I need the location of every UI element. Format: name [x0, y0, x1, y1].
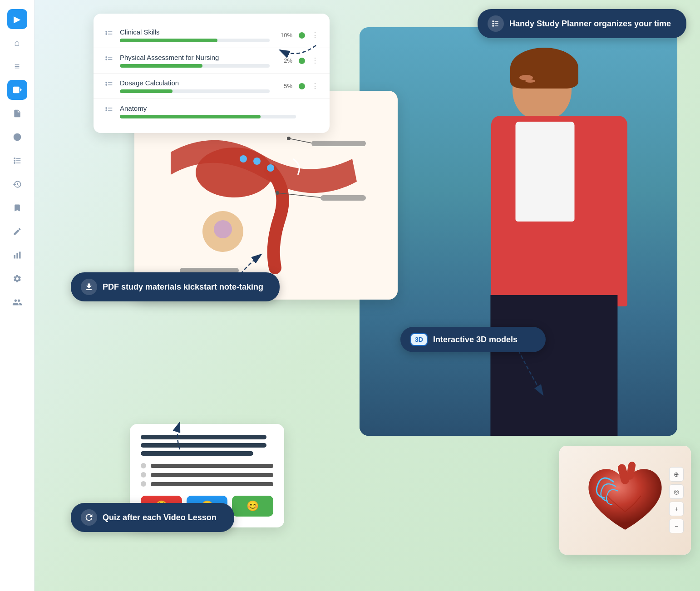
svg-rect-40: [108, 108, 113, 108]
sidebar-icon-home[interactable]: ⌂: [7, 33, 27, 53]
planner-row-physical: Physical Assessment for Nursing 2% ⋮: [94, 48, 330, 74]
quiz-line-1: [141, 435, 266, 439]
svg-point-25: [287, 137, 291, 140]
sidebar-icon-document[interactable]: [7, 103, 27, 123]
quiz-btn-happy[interactable]: 😊: [232, 496, 273, 517]
tooltip-3d-models: 3D Interactive 3D models: [400, 327, 546, 352]
planner-title-dosage: Dosage Calculation: [120, 79, 270, 87]
tooltip-study-planner: Handy Study Planner organizes your time: [478, 9, 686, 38]
quiz-line-3: [141, 451, 253, 456]
more-icon-dosage[interactable]: ⋮: [311, 82, 319, 90]
sidebar-icon-settings[interactable]: [7, 269, 27, 289]
progress-bg-anatomy: [120, 115, 296, 118]
quiz-dot-1: [141, 463, 146, 468]
quiz-option-line-2: [151, 473, 273, 477]
svg-rect-27: [106, 31, 107, 32]
svg-rect-32: [108, 57, 113, 58]
planner-title-anatomy: Anatomy: [120, 104, 296, 112]
svg-rect-31: [106, 56, 107, 58]
sidebar-icon-videos[interactable]: [7, 80, 27, 100]
svg-rect-35: [106, 82, 107, 83]
sidebar-icon-notes[interactable]: ≡: [7, 56, 27, 76]
more-icon-clinical[interactable]: ⋮: [311, 31, 319, 39]
svg-rect-8: [14, 162, 15, 163]
svg-rect-33: [106, 59, 107, 60]
svg-point-17: [240, 155, 247, 163]
svg-rect-44: [493, 20, 494, 22]
quiz-option-line-3: [151, 482, 273, 486]
svg-rect-29: [106, 33, 107, 34]
svg-rect-12: [19, 252, 20, 259]
sidebar-icon-chart[interactable]: [7, 245, 27, 265]
planner-percent-dosage: 5%: [276, 83, 292, 89]
sidebar-icon-list[interactable]: [7, 151, 27, 171]
sidebar-icon-history[interactable]: [7, 174, 27, 194]
planner-title-clinical: Clinical Skills: [120, 28, 270, 36]
svg-rect-39: [106, 107, 107, 108]
quiz-options: [141, 463, 273, 487]
sidebar-icon-bookmarks[interactable]: [7, 198, 27, 218]
status-dot-dosage: [299, 83, 305, 89]
svg-rect-36: [108, 82, 113, 83]
sidebar-icon-play[interactable]: ▶: [7, 9, 27, 29]
svg-rect-28: [108, 31, 113, 32]
quiz-dot-2: [141, 472, 146, 478]
quiz-option-2: [141, 472, 273, 478]
svg-rect-49: [495, 25, 498, 26]
quiz-option-line-1: [151, 464, 273, 468]
svg-rect-6: [14, 160, 15, 161]
svg-rect-34: [108, 59, 113, 60]
quiz-text-lines: [141, 435, 273, 456]
svg-rect-0: [13, 87, 19, 94]
tooltip-quiz-text: Quiz after each Video Lesson: [103, 513, 217, 522]
planner-row-icon-dosage: [104, 80, 113, 92]
instructor-background: [360, 27, 677, 436]
planner-title-physical: Physical Assessment for Nursing: [120, 54, 270, 61]
svg-rect-38: [108, 84, 113, 85]
planner-row-icon-physical: [104, 55, 113, 66]
svg-point-16: [214, 220, 232, 238]
svg-rect-30: [108, 34, 113, 34]
planner-percent-physical: 2%: [276, 57, 292, 64]
progress-bg-clinical: [120, 39, 270, 42]
sidebar-icon-edit[interactable]: [7, 222, 27, 241]
progress-fill-dosage: [120, 89, 173, 93]
ctrl-move[interactable]: ⊕: [669, 467, 684, 482]
tooltip-pdf-text: PDF study materials kickstart note-takin…: [103, 282, 263, 292]
sidebar-icon-users[interactable]: [7, 292, 27, 312]
ctrl-zoom-out[interactable]: −: [669, 519, 684, 533]
svg-marker-1: [20, 88, 22, 91]
svg-rect-7: [16, 160, 20, 161]
svg-rect-46: [493, 23, 494, 24]
tooltip-quiz-icon: [81, 509, 97, 526]
planner-row-clinical: Clinical Skills 10% ⋮: [94, 23, 330, 48]
model-controls: ⊕ ◎ + −: [669, 467, 684, 533]
sidebar: ▶ ⌂ ≡ ?: [0, 0, 35, 591]
planner-content-clinical: Clinical Skills: [120, 28, 270, 42]
tooltip-planner-text: Handy Study Planner organizes your time: [509, 19, 671, 29]
svg-rect-11: [16, 253, 18, 259]
quiz-option-3: [141, 481, 273, 487]
sidebar-icon-quiz[interactable]: ?: [7, 127, 27, 147]
model-3d-card: ⊕ ◎ + −: [559, 446, 691, 555]
svg-point-18: [253, 158, 261, 165]
svg-point-26: [276, 191, 279, 195]
tooltip-3d-badge: 3D: [410, 333, 428, 346]
more-icon-physical[interactable]: ⋮: [311, 56, 319, 65]
svg-rect-9: [16, 163, 20, 163]
svg-rect-5: [16, 158, 20, 159]
tooltip-quiz: Quiz after each Video Lesson: [71, 503, 234, 532]
svg-rect-21: [320, 195, 366, 201]
model-heart-view: ⊕ ◎ + −: [559, 446, 691, 555]
svg-text:?: ?: [15, 134, 19, 140]
svg-rect-48: [493, 25, 494, 26]
ctrl-rotate[interactable]: ◎: [669, 484, 684, 499]
svg-rect-47: [495, 23, 498, 24]
svg-rect-45: [495, 21, 498, 22]
ctrl-zoom-in[interactable]: +: [669, 502, 684, 516]
planner-row-icon-anatomy: [104, 106, 113, 117]
svg-rect-10: [14, 255, 15, 259]
planner-content-anatomy: Anatomy: [120, 104, 296, 118]
progress-fill-physical: [120, 64, 202, 68]
status-dot-clinical: [299, 32, 305, 39]
